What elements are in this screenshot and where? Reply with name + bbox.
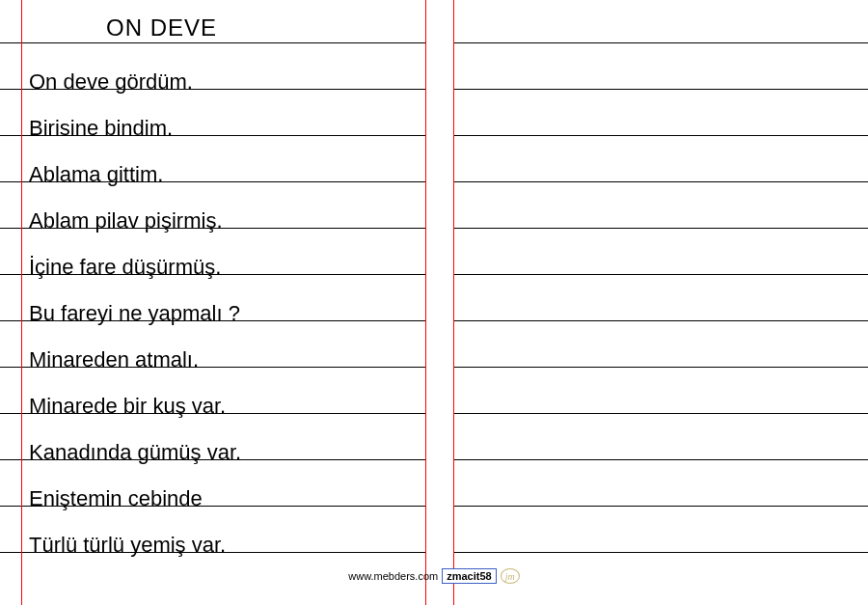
- poem-title: ON DEVE: [106, 14, 415, 41]
- notebook-page: ON DEVE On deve gördüm. Birisine bindim.…: [0, 0, 868, 605]
- ruled-line: [453, 89, 868, 90]
- poem-line: Minareden atmalı.: [29, 337, 415, 383]
- poem-line: Minarede bir kuş var.: [29, 383, 415, 429]
- center-margin-rule-left: [425, 0, 426, 605]
- poem-line: Bu fareyi ne yapmalı ?: [29, 290, 415, 337]
- footer-signature: jm: [501, 568, 520, 584]
- ruled-line: [453, 506, 868, 507]
- poem-line: Ablama gittim.: [29, 151, 415, 198]
- ruled-line: [453, 42, 868, 43]
- ruled-line: [453, 552, 868, 553]
- poem-line: Kanadında gümüş var.: [29, 429, 415, 476]
- footer-badge: zmacit58: [442, 568, 496, 584]
- footer: www.mebders.com zmacit58 jm: [0, 568, 868, 584]
- poem-line: On deve gördüm.: [29, 59, 415, 105]
- ruled-line: [453, 135, 868, 136]
- ruled-line: [453, 413, 868, 414]
- footer-url: www.mebders.com: [348, 570, 438, 582]
- poem-content: ON DEVE On deve gördüm. Birisine bindim.…: [29, 14, 415, 568]
- left-margin-rule: [21, 0, 22, 605]
- poem-line: Birisine bindim.: [29, 105, 415, 151]
- poem-line: İçine fare düşürmüş.: [29, 244, 415, 290]
- center-margin-rule-right: [453, 0, 454, 605]
- ruled-line: [453, 367, 868, 368]
- poem-line: Eniştemin cebinde: [29, 476, 415, 522]
- poem-line: Türlü türlü yemiş var.: [29, 522, 415, 568]
- ruled-line: [453, 320, 868, 321]
- ruled-line: [453, 181, 868, 182]
- poem-line: Ablam pilav pişirmiş.: [29, 198, 415, 244]
- ruled-line: [453, 459, 868, 460]
- ruled-line: [453, 274, 868, 275]
- ruled-line: [453, 228, 868, 229]
